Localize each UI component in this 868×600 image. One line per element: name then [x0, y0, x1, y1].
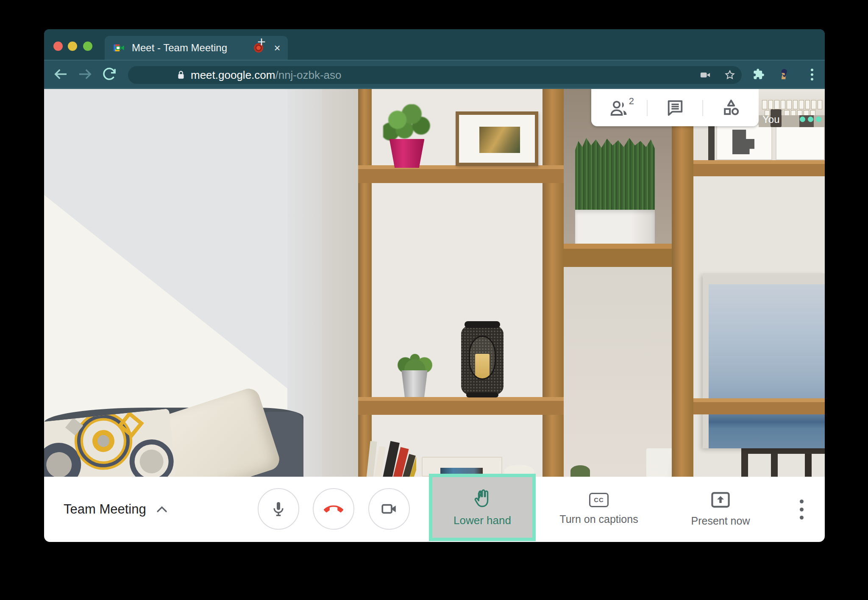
white-planter-box	[575, 210, 655, 244]
audio-activity-icon	[800, 117, 821, 122]
browser-window: Meet - Team Meeting × + meet.google.com/…	[44, 29, 825, 542]
remote-video-feed: 2	[44, 89, 825, 477]
shelf-plank	[542, 89, 564, 477]
grass-plant	[575, 136, 655, 212]
tab-close-icon[interactable]: ×	[271, 42, 284, 54]
window-minimize-button[interactable]	[68, 42, 77, 51]
shelf-board	[693, 398, 825, 414]
tab-strip: Meet - Team Meeting × +	[44, 29, 825, 60]
hang-up-phone-icon	[324, 499, 343, 519]
cc-icon: CC	[589, 493, 609, 507]
blank-frame	[776, 122, 825, 160]
chevron-up-icon	[156, 505, 168, 514]
lower-hand-button[interactable]: Lower hand	[429, 474, 536, 541]
books	[365, 437, 416, 477]
candle	[475, 354, 490, 378]
tab-title: Meet - Team Meeting	[132, 36, 227, 60]
shelf-board	[358, 165, 564, 183]
present-label: Present now	[691, 515, 750, 527]
chat-button[interactable]	[647, 89, 703, 126]
shelf-board	[358, 397, 564, 415]
silver-plant-pot	[401, 370, 428, 397]
thumbnail-wall-frames	[762, 100, 822, 109]
hang-up-button[interactable]	[313, 488, 354, 530]
more-options-icon[interactable]	[793, 491, 810, 528]
raised-hand-icon	[471, 488, 493, 510]
present-now-button[interactable]: Present now	[665, 477, 776, 541]
back-icon[interactable]	[52, 65, 70, 83]
wooden-picture-frame	[456, 111, 538, 166]
captions-label: Turn on captions	[559, 513, 638, 525]
shelf-plank	[672, 89, 693, 477]
meeting-name: Team Meeting	[64, 502, 146, 517]
shelf-plank	[358, 89, 372, 477]
camera-toggle-button[interactable]	[368, 488, 410, 530]
potted-plant	[383, 104, 431, 143]
lower-hand-label: Lower hand	[453, 514, 511, 527]
profile-avatar[interactable]	[776, 67, 790, 81]
activities-shapes-button[interactable]	[703, 89, 759, 126]
bookmark-star-icon[interactable]	[724, 69, 736, 81]
extensions-puzzle-icon[interactable]	[753, 68, 765, 80]
participants-button[interactable]: 2	[591, 89, 647, 126]
url-path: /nnj-ozbk-aso	[275, 69, 341, 81]
meeting-top-panel: 2	[591, 89, 759, 126]
mute-microphone-button[interactable]	[258, 488, 299, 530]
reload-icon[interactable]	[100, 65, 118, 83]
window-zoom-button[interactable]	[83, 42, 92, 51]
window-close-button[interactable]	[53, 42, 63, 51]
small-plant	[570, 465, 590, 477]
meeting-name-menu[interactable]: Team Meeting	[64, 477, 168, 542]
forward-icon[interactable]	[76, 65, 94, 83]
url-host: meet.google.com	[191, 69, 275, 81]
url-text: meet.google.com/nnj-ozbk-aso	[191, 66, 342, 84]
shelf-board	[693, 160, 825, 176]
present-screen-icon	[710, 491, 731, 509]
browser-menu-icon[interactable]	[805, 67, 819, 82]
shelf-board	[564, 244, 672, 267]
meeting-control-bar: Team Meeting	[44, 477, 825, 542]
google-meet-favicon	[113, 42, 125, 54]
mesh-lantern	[461, 325, 504, 396]
address-bar[interactable]: meet.google.com/nnj-ozbk-aso	[128, 66, 742, 84]
new-tab-button[interactable]: +	[254, 35, 269, 49]
captions-button[interactable]: CC Turn on captions	[544, 477, 654, 541]
lock-icon	[175, 69, 186, 81]
microphone-icon	[270, 500, 287, 518]
video-camera-icon	[380, 500, 398, 518]
you-label: You	[762, 114, 780, 125]
small-plant	[396, 342, 434, 373]
self-view-thumbnail[interactable]: You	[759, 89, 825, 127]
bw-art-frame	[716, 124, 772, 160]
sea-landscape-picture	[703, 273, 825, 448]
participant-count-badge: 2	[629, 96, 634, 107]
camera-permission-icon[interactable]	[699, 69, 711, 81]
browser-toolbar: meet.google.com/nnj-ozbk-aso	[44, 60, 825, 89]
